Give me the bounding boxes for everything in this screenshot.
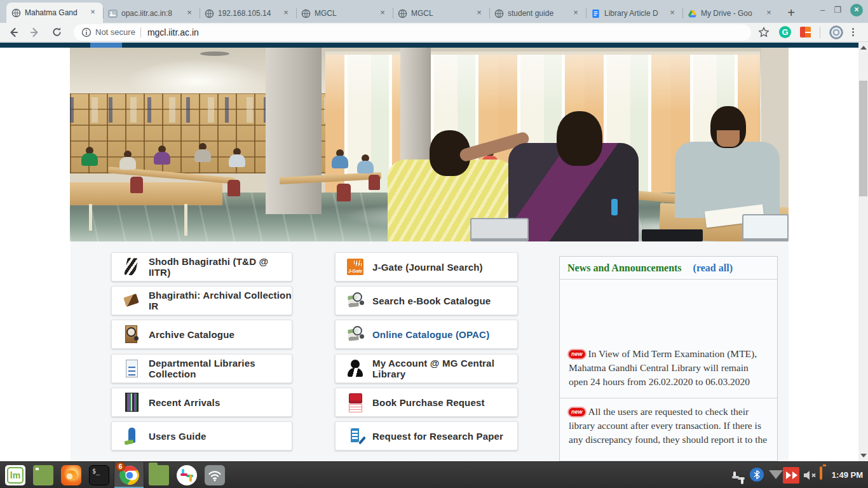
link-archive-catalogue[interactable]: Archive Catalogue [111,320,292,349]
mint-menu-button[interactable] [5,465,25,485]
address-bar[interactable]: Not secure mgcl.iitr.ac.in [74,24,751,41]
link-label: J-Gate (Journal Search) [372,262,483,273]
close-icon[interactable]: × [764,8,774,18]
close-icon[interactable]: × [281,8,291,18]
tab-title: student guide [508,9,567,18]
restore-button[interactable]: ❐ [834,4,841,17]
volume-muted-icon[interactable] [802,468,817,483]
tab-title: 192.168.105.14 [218,9,277,18]
grammarly-extension-icon[interactable]: G [779,26,791,38]
link-research-paper[interactable]: Request for Research Paper [335,421,518,451]
firefox-icon[interactable] [61,465,81,485]
link-label: Shodh Bhagirathi (T&D @ IITR) [149,256,292,278]
window-controls: – ❐ × [820,4,863,17]
link-label: Search e-Book Catalogue [372,295,491,306]
link-shodh-bhagirathi[interactable]: Shodh Bhagirathi (T&D @ IITR) [111,252,292,281]
back-button[interactable] [5,24,22,41]
bluetooth-icon[interactable] [750,468,764,482]
page-scrollbar[interactable] [858,42,868,461]
web-page: Shodh Bhagirathi (T&D @ IITR) Bhagirathi… [0,42,858,461]
close-icon[interactable]: × [474,8,484,18]
globe-icon [205,9,214,18]
url-text[interactable]: mgcl.iitr.ac.in [147,27,199,37]
window-close-button[interactable]: × [850,4,863,17]
link-label: Request for Research Paper [372,431,503,442]
divider [820,27,820,38]
link-users-guide[interactable]: Users Guide [111,421,292,451]
terminal-icon[interactable]: $_ [89,465,109,485]
tab-title: Library Article D [604,9,663,18]
network-signal-icon[interactable] [769,470,783,479]
tab-title: My Drive - Goo [701,9,760,18]
link-archival-collection[interactable]: Bhagirathi: Archival Collection IR [111,286,292,315]
anydesk-icon[interactable] [783,467,799,484]
book-search-icon [347,324,363,344]
thesis-icon [123,257,140,277]
link-label: Departmental Libraries Collection [149,358,292,379]
link-opac[interactable]: Online Catalogue (OPAC) [335,320,518,349]
clipboard-pencil-icon [347,426,363,446]
forward-button[interactable] [27,24,43,41]
link-book-purchase[interactable]: Book Purchase Request [335,388,518,417]
tab-mgcl-1[interactable]: MGCL × [296,4,393,23]
site-navbar[interactable] [0,43,858,48]
tab-library-article[interactable]: Library Article D × [586,4,682,23]
taskbar-clock[interactable]: 1:49 PM [832,470,863,480]
slack-icon[interactable] [177,465,197,485]
slack-tray-icon[interactable] [728,468,743,483]
tab-title: opac.iitr.ac.in:8 [121,9,180,18]
chrome-window-count-badge: 6 [116,462,125,471]
close-icon[interactable]: × [184,8,194,18]
globe-icon [301,9,311,18]
tab-student-guide[interactable]: student guide × [489,4,586,23]
link-departmental-libraries[interactable]: Departmental Libraries Collection [111,354,292,383]
news-text: In View of Mid Term Examination (MTE), M… [569,348,757,387]
tab-my-drive[interactable]: My Drive - Goo × [682,4,779,23]
battery-icon[interactable] [820,466,822,480]
tab-mgcl-2[interactable]: MGCL × [393,4,489,23]
close-icon[interactable]: × [88,8,98,18]
link-jgate[interactable]: J-Gate (Journal Search) [335,252,518,281]
link-label: My Account @ MG Central Library [372,358,517,379]
red-book-icon [347,392,363,412]
scrollbar-thumb[interactable] [859,81,867,196]
link-my-account[interactable]: My Account @ MG Central Library [335,354,518,383]
network-app-icon[interactable] [205,465,225,485]
close-icon[interactable]: × [377,8,388,18]
info-icon[interactable] [81,27,92,37]
link-recent-arrivals[interactable]: Recent Arrivals [111,388,292,417]
browser-toolbar: Not secure mgcl.iitr.ac.in G [0,23,868,42]
minimize-button[interactable]: – [820,4,825,17]
new-tab-button[interactable]: + [782,4,801,23]
reload-button[interactable] [48,24,65,41]
divider [140,27,141,37]
news-item: newIn View of Mid Term Examination (MTE)… [560,280,777,398]
hero-photo [70,48,789,241]
image-icon [108,9,118,18]
tab-ip-address[interactable]: 192.168.105.14 × [200,4,296,23]
browser-menu-icon[interactable] [852,28,854,36]
extension-icon[interactable] [800,27,811,37]
read-all-link[interactable]: (read all) [693,262,733,273]
gdrive-icon [688,9,697,18]
profile-avatar[interactable] [829,25,843,39]
globe-icon [494,9,504,18]
chrome-taskbar-button[interactable]: 6 [114,462,144,488]
files-icon[interactable] [149,465,169,485]
person-icon [347,358,363,379]
tab-mahatma-gandhi[interactable]: Mahatma Gand × [6,3,103,23]
news-title: News and Announcements [567,262,682,273]
scroll-up-arrow[interactable] [860,46,867,50]
close-icon[interactable]: × [667,8,677,18]
scroll-down-arrow[interactable] [860,454,867,458]
link-label: Recent Arrivals [149,397,220,408]
new-badge: new [569,408,585,416]
show-desktop-button[interactable] [33,465,53,485]
link-ebook-catalogue[interactable]: Search e-Book Catalogue [335,286,518,315]
close-icon[interactable]: × [571,8,581,18]
bookmark-star-icon[interactable] [757,26,770,39]
archive-search-icon [123,324,140,344]
tab-opac[interactable]: opac.iitr.ac.in:8 × [103,4,200,23]
navbar-active-item[interactable] [90,43,122,48]
news-header: News and Announcements (read all) [560,257,777,280]
